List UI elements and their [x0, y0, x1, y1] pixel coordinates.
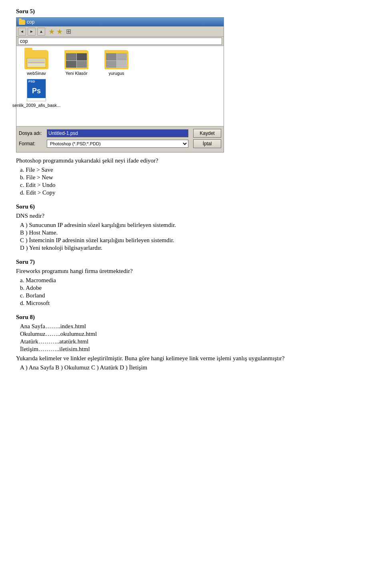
soru5-option-b-key: b. — [20, 174, 24, 181]
soru7-option-a-text: Macromedia — [26, 277, 56, 283]
folder-image-inner — [66, 53, 87, 68]
soru7-option-c-text: Borland — [26, 292, 45, 299]
soru6-option-a-key: A ) — [20, 222, 28, 228]
soru6-option-a: A ) Sunucunun IP adresinin sözel karşılı… — [20, 222, 368, 229]
soru7-option-a-key: a. — [20, 277, 24, 283]
toolbar: ◄ ► ▲ ★ ★ ⊞ — [16, 26, 224, 37]
star-icon: ★ — [48, 27, 55, 36]
soru6-option-d-text: Yeni teknoloji bilgisayarlardır. — [29, 245, 102, 251]
psd-icon: PSD Ps — [27, 79, 46, 101]
soru5-block: Soru 5) cop ◄ ► ▲ ★ ★ ⊞ — [16, 8, 368, 196]
file-label-yurugus: yurugus — [108, 71, 124, 76]
format-row: Format: Photoshop (*.PSD;*.PDD) İptal — [19, 139, 221, 148]
title-bar: cop — [16, 18, 224, 26]
soru7-option-a: a. Macromedia — [20, 277, 368, 284]
folder-image-inner2 — [106, 53, 127, 68]
soru6-option-a-text: Sunucunun IP adresinin sözel karşılığını… — [29, 222, 176, 228]
screenshot-window: cop ◄ ► ▲ ★ ★ ⊞ — [16, 17, 224, 153]
soru7-option-b: b. Adobe — [20, 285, 368, 291]
file-label-yeniklasor: Yeni Klasör — [65, 71, 87, 76]
kaydet-button[interactable]: Kaydet — [193, 129, 221, 138]
soru6-block: Soru 6) DNS nedir? A ) Sunucunun IP adre… — [16, 203, 368, 251]
soru5-option-a-key: a. — [20, 167, 24, 173]
iptal-btn-area: İptal — [191, 139, 221, 148]
soru7-option-d-key: d. — [20, 300, 24, 306]
soru5-option-c-text: Edit > Undo — [26, 182, 55, 188]
soru7-question: Fireworks programını hangi firma üretmek… — [16, 268, 368, 275]
file-item-yeniklasor: Yeni Klasör — [60, 50, 92, 76]
soru7-option-d: d. Microsoft — [20, 300, 368, 307]
soru7-option-b-key: b. — [20, 285, 24, 291]
soru6-title: Soru 6) — [16, 203, 368, 210]
soru6-option-b-text: Host Name. — [29, 229, 58, 236]
thumb5 — [106, 53, 116, 60]
soru5-option-d: d. Edit > Copy — [20, 189, 368, 196]
star2-icon: ★ — [56, 27, 63, 36]
folder-icon-yurugus — [104, 50, 128, 69]
soru5-title: Soru 5) — [16, 8, 368, 15]
soru7-option-b-text: Adobe — [26, 285, 42, 291]
thumb1 — [66, 53, 76, 60]
psd-tag: PSD — [27, 79, 46, 84]
thumb8 — [117, 61, 127, 68]
dosya-input[interactable] — [47, 129, 188, 137]
soru5-option-d-key: d. — [20, 189, 24, 196]
thumb7 — [106, 61, 116, 68]
address-input[interactable] — [18, 38, 222, 45]
soru5-question: Photoshop programında yukarıdaki şekil n… — [16, 157, 368, 164]
psd-file-label: senlik_2009_afis_bask... — [12, 103, 60, 108]
format-select[interactable]: Photoshop (*.PSD;*.PDD) — [47, 140, 188, 148]
title-bar-label: cop — [27, 19, 34, 25]
soru8-options: A ) Ana Sayfa B ) Okulumuz C ) Atatürk D… — [20, 364, 368, 371]
back-btn[interactable]: ◄ — [18, 28, 26, 36]
soru5-option-c: c. Edit > Undo — [20, 182, 368, 189]
folder-icon-websinav — [24, 50, 48, 69]
soru6-option-c: C ) İstemcinin IP adresinin sözel karşıl… — [20, 237, 368, 244]
soru6-option-b: B ) Host Name. — [20, 229, 368, 236]
soru8-intro-1: Ana Sayfa……..index.html — [20, 323, 368, 330]
file-item-websinav: webSinav — [20, 50, 52, 76]
file-item-yurugus: yurugus — [100, 50, 132, 76]
folder-icon-yeniklasor — [64, 50, 88, 69]
file-label-websinav: webSinav — [27, 71, 46, 76]
save-dialog: Dosya adı: Kaydet Format: Photoshop (*.P… — [16, 126, 224, 152]
soru5-option-c-key: c. — [20, 182, 24, 188]
soru8-intro-2: Okulumuz……..okulumuz.html — [20, 331, 368, 337]
thumb3 — [66, 61, 76, 68]
thumb2 — [77, 53, 87, 60]
dosya-label: Dosya adı: — [19, 130, 47, 136]
file-area: webSinav Yeni Klasör — [16, 46, 224, 126]
dosya-row: Dosya adı: Kaydet — [19, 129, 221, 138]
soru5-option-a-text: File > Save — [26, 167, 53, 173]
psd-letter: Ps — [27, 84, 46, 98]
soru7-option-c-key: c. — [20, 292, 24, 299]
thumb6 — [117, 53, 127, 60]
file-item-psd: PSD Ps senlik_2009_afis_bask... — [20, 79, 52, 108]
file-icons-row: webSinav Yeni Klasör — [20, 50, 220, 76]
soru6-option-d: D ) Yeni teknoloji bilgisayarlardır. — [20, 245, 368, 251]
soru6-question: DNS nedir? — [16, 213, 368, 219]
soru7-title: Soru 7) — [16, 259, 368, 265]
soru5-option-d-text: Edit > Copy — [26, 189, 55, 196]
folder-icon-titlebar — [19, 20, 25, 25]
soru8-intro-4: İletişim………..iletisim.html — [20, 346, 368, 353]
soru6-option-c-text: İstemcinin IP adresinin sözel karşılığın… — [29, 237, 174, 243]
soru6-option-b-key: B ) — [20, 229, 28, 236]
soru7-block: Soru 7) Fireworks programını hangi firma… — [16, 259, 368, 307]
soru6-option-c-key: C ) — [20, 237, 28, 243]
soru8-block: Soru 8) Ana Sayfa……..index.html Okulumuz… — [16, 314, 368, 371]
iptal-button[interactable]: İptal — [193, 139, 221, 148]
soru8-question: Yukarıda kelimeler ve linkler eşleştiril… — [16, 355, 368, 362]
thumb4 — [77, 61, 87, 68]
address-bar — [16, 37, 224, 46]
soru7-option-c: c. Borland — [20, 292, 368, 299]
grid-icon: ⊞ — [66, 28, 71, 35]
soru8-intro-3: Atatürk………..atatürk.html — [20, 338, 368, 345]
soru5-option-b-text: File > New — [26, 174, 53, 181]
soru6-option-d-key: D ) — [20, 245, 28, 251]
up-btn[interactable]: ▲ — [37, 28, 45, 36]
soru5-option-a: a. File > Save — [20, 167, 368, 173]
save-btn-area: Kaydet — [191, 129, 221, 138]
soru5-option-b: b. File > New — [20, 174, 368, 181]
forward-btn[interactable]: ► — [28, 28, 36, 36]
